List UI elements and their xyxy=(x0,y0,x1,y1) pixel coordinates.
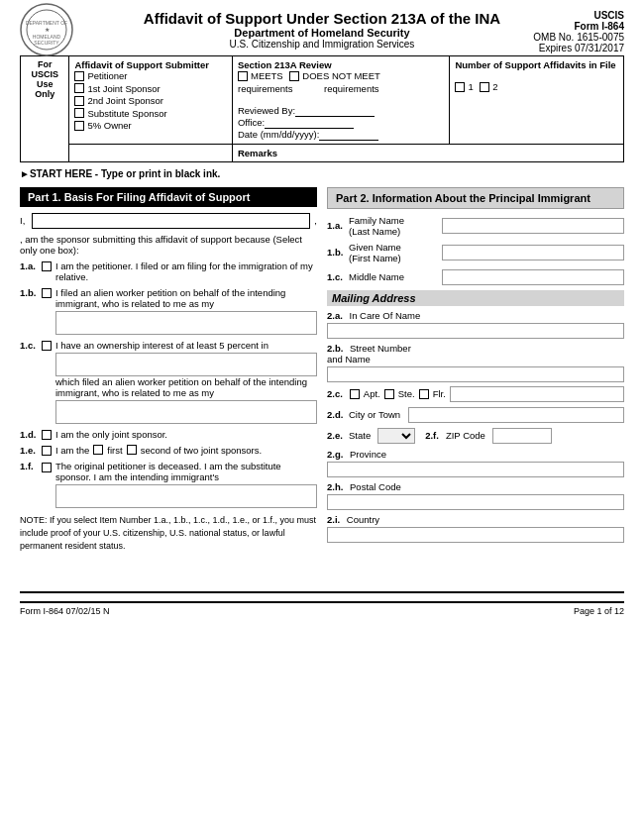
row-2d: 2.d. City or Town xyxy=(327,407,624,423)
cb-1e-second[interactable] xyxy=(127,445,137,455)
date-label: Date (mm/dd/yyyy): xyxy=(238,129,319,140)
svg-text:★: ★ xyxy=(45,27,50,33)
1e-inline: I am the first second of two joint spons… xyxy=(55,445,317,456)
uscis-label: USCIS xyxy=(533,10,624,21)
omb-number: OMB No. 1615-0075 xyxy=(533,32,624,43)
city-town-input[interactable] xyxy=(408,407,624,423)
row-2-1b: 1.b. Given Name (First Name) xyxy=(327,242,624,263)
form-number: Form I-864 xyxy=(533,21,624,32)
1f-relation-input[interactable] xyxy=(55,484,317,508)
page-header: DEPARTMENT OF ★ HOMELAND SECURITY Affida… xyxy=(20,10,624,50)
1st-joint-cb[interactable] xyxy=(74,83,84,93)
1st-joint-option[interactable]: 1st Joint Sponsor xyxy=(74,83,160,94)
cb-apt[interactable] xyxy=(350,389,360,399)
cb-1c[interactable] xyxy=(42,341,52,351)
cb-1f[interactable] xyxy=(42,463,52,472)
expires-date: Expires 07/31/2017 xyxy=(533,43,624,53)
number-support-cell: Number of Support Affidavits in File 1 2 xyxy=(450,56,624,145)
intro-comma: , xyxy=(314,215,317,226)
2a-label-row: 2.a. In Care Of Name xyxy=(327,310,624,321)
cb-1e[interactable] xyxy=(42,446,52,456)
part2-header: Part 2. Information About the Principal … xyxy=(327,187,624,209)
1b-relation-input[interactable] xyxy=(55,311,317,335)
2nd-joint-cb[interactable] xyxy=(74,96,84,106)
left-column: Part 1. Basis For Filing Affidavit of Su… xyxy=(20,187,317,553)
remarks-cell xyxy=(69,144,233,161)
main-content: Part 1. Basis For Filing Affidavit of Su… xyxy=(20,187,624,553)
given-name-input[interactable] xyxy=(442,245,624,260)
province-input[interactable] xyxy=(327,462,624,477)
reviewed-by-field[interactable] xyxy=(295,105,375,117)
2b-label-row: 2.b. Street Number and Name xyxy=(327,343,624,364)
family-name-input[interactable] xyxy=(442,218,624,234)
num2-cb[interactable] xyxy=(480,82,489,92)
does-not-meet-option[interactable]: DOES NOT MEET xyxy=(289,70,379,81)
row-2-1c: 1.c. Middle Name xyxy=(327,269,624,285)
for-uscis-cell: For USCIS Use Only xyxy=(21,56,69,162)
meets-option[interactable]: MEETS xyxy=(238,70,283,81)
cb-1e-first[interactable] xyxy=(93,445,103,455)
state-select[interactable] xyxy=(377,428,415,444)
substitute-option[interactable]: Substitute Sponsor xyxy=(74,108,166,119)
middle-name-input[interactable] xyxy=(442,269,624,285)
top-table: For USCIS Use Only Affidavit of Support … xyxy=(20,55,624,162)
row-1c: 1.c. I have an ownership interest of at … xyxy=(20,340,317,424)
cb-1b[interactable] xyxy=(42,288,52,298)
right-column: Part 2. Information About the Principal … xyxy=(327,187,624,553)
row-1e: 1.e. I am the first second of two joint … xyxy=(20,445,317,456)
meets-cb[interactable] xyxy=(238,71,248,81)
section-review-cell: Section 213A Review MEETS DOES NOT MEET … xyxy=(232,56,449,145)
intro-i: I, xyxy=(20,215,25,226)
country-input[interactable] xyxy=(327,527,624,543)
header-right: USCIS Form I-864 OMB No. 1615-0075 Expir… xyxy=(533,10,624,53)
uscis-logo: DEPARTMENT OF ★ HOMELAND SECURITY xyxy=(20,3,74,57)
petitioner-cb[interactable] xyxy=(74,71,84,81)
footer-left: Form I-864 07/02/15 N xyxy=(20,606,110,616)
substitute-cb[interactable] xyxy=(74,108,84,118)
num1-option[interactable]: 1 xyxy=(455,81,473,92)
apt-number-input[interactable] xyxy=(450,386,624,402)
does-not-meet-cb[interactable] xyxy=(289,71,299,81)
part1-note: NOTE: If you select Item Number 1.a., 1.… xyxy=(20,514,317,552)
num1-cb[interactable] xyxy=(455,82,465,92)
row-1b: 1.b. I filed an alien worker petition on… xyxy=(20,287,317,335)
street-number-input[interactable] xyxy=(327,366,624,382)
5pct-cb[interactable] xyxy=(74,121,84,131)
cb-1a[interactable] xyxy=(42,261,52,271)
cb-ste[interactable] xyxy=(384,389,394,399)
svg-text:DEPARTMENT OF: DEPARTMENT OF xyxy=(26,20,67,26)
2i-label-row: 2.i. Country xyxy=(327,514,624,525)
in-care-of-input[interactable] xyxy=(327,323,624,339)
2h-label-row: 2.h. Postal Code xyxy=(327,481,624,492)
date-field[interactable] xyxy=(319,129,378,141)
2nd-joint-option[interactable]: 2nd Joint Sponsor xyxy=(74,95,163,106)
row-1f: 1.f. The original petitioner is deceased… xyxy=(20,461,317,508)
postal-code-input[interactable] xyxy=(327,494,624,510)
footer-right: Page 1 of 12 xyxy=(574,606,624,616)
mailing-address-header: Mailing Address xyxy=(327,290,624,306)
remarks-content-cell: Remarks xyxy=(232,144,623,161)
1c-relation-input[interactable] xyxy=(55,400,317,424)
part1-header: Part 1. Basis For Filing Affidavit of Su… xyxy=(20,187,317,207)
2g-label-row: 2.g. Province xyxy=(327,449,624,460)
office-label: Office: xyxy=(238,117,265,128)
cb-flr[interactable] xyxy=(419,389,429,399)
header-center: Affidavit of Support Under Section 213A … xyxy=(144,10,500,50)
petitioner-option[interactable]: Petitioner xyxy=(74,70,127,81)
dept-name: Department of Homeland Security xyxy=(144,27,500,39)
intro-text2: , am the sponsor submitting this affidav… xyxy=(20,234,317,256)
zip-code-input[interactable] xyxy=(492,428,552,444)
1c-company-input[interactable] xyxy=(55,353,317,376)
agency-name: U.S. Citizenship and Immigration Service… xyxy=(144,39,500,50)
affidavit-submitter-header: Affidavit of Support Submitter Petitione… xyxy=(69,56,233,145)
row-2-1a: 1.a. Family Name (Last Name) xyxy=(327,215,624,237)
5pct-option[interactable]: 5% Owner xyxy=(74,120,131,131)
sponsor-name-input[interactable] xyxy=(32,213,310,229)
page-title: Affidavit of Support Under Section 213A … xyxy=(144,10,500,27)
cb-1d[interactable] xyxy=(42,430,52,440)
row-1d: 1.d. I am the only joint sponsor. xyxy=(20,429,317,440)
reviewed-by-label: Reviewed By: xyxy=(238,105,295,116)
office-field[interactable] xyxy=(265,117,354,129)
num2-option[interactable]: 2 xyxy=(480,81,497,92)
row-2e-2f: 2.e. State 2.f. ZIP Code xyxy=(327,428,624,444)
